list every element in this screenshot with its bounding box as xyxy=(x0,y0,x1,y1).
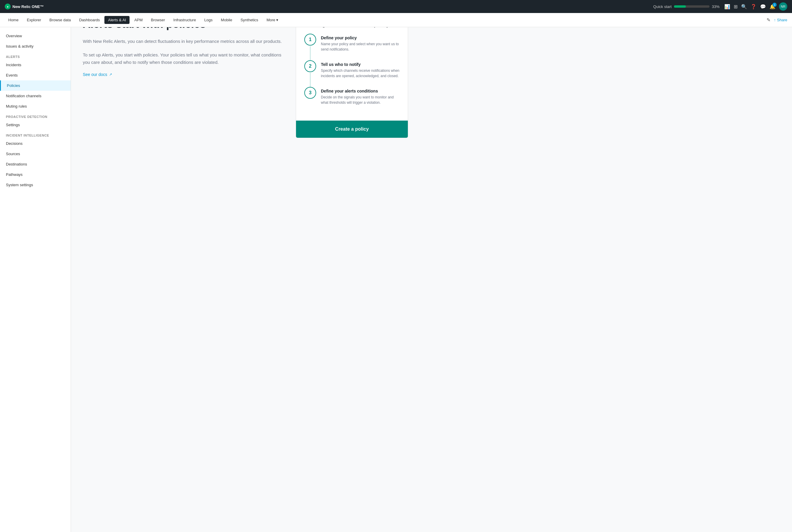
step-2-title: Tell us who to notify xyxy=(321,62,400,67)
edit-icon[interactable]: ✎ xyxy=(767,17,770,23)
create-policy-button[interactable]: Create a policy xyxy=(296,120,408,138)
share-icon: ↑ xyxy=(774,18,776,22)
nav-browse-data[interactable]: Browse data xyxy=(46,16,74,24)
step-2-desc: Specify which channels receive notificat… xyxy=(321,68,400,79)
sidebar-section-incident-intelligence: INCIDENT INTELLIGENCE xyxy=(0,130,71,138)
sidebar-item-issues-activity[interactable]: Issues & activity xyxy=(0,41,71,52)
sidebar-item-sources[interactable]: Sources xyxy=(0,149,71,150)
feedback-icon[interactable]: 💬 xyxy=(760,4,766,10)
policy-card: To get started, create a policy 1 Define… xyxy=(296,12,408,138)
nav-right: ✎ ↑ Share xyxy=(767,17,787,23)
bell-icon[interactable]: 🔔1 xyxy=(770,4,775,10)
see-docs-label: See our docs xyxy=(83,72,107,77)
content-area: Alerts start with policies With New Reli… xyxy=(83,12,408,138)
sidebar: Overview Issues & activity ALERTS Incide… xyxy=(0,27,71,150)
step-3-content: Define your alerts conditions Decide on … xyxy=(321,87,400,105)
nav-dashboards[interactable]: Dashboards xyxy=(75,16,103,24)
search-icon[interactable]: 🔍 xyxy=(741,4,747,10)
nav-infrastructure[interactable]: Infrastructure xyxy=(170,16,200,24)
navbar: Home Explorer Browse data Dashboards Ale… xyxy=(0,13,792,27)
nav-home[interactable]: Home xyxy=(5,16,22,24)
step-3-title: Define your alerts conditions xyxy=(321,89,400,93)
notification-count: 1 xyxy=(773,3,777,7)
sidebar-section-alerts: ALERTS xyxy=(0,52,71,60)
nav-explorer[interactable]: Explorer xyxy=(23,16,45,24)
step-2-number: 2 xyxy=(304,60,316,72)
see-docs-link[interactable]: See our docs ↗ xyxy=(83,72,284,77)
step-1: 1 Define your policy Name your policy an… xyxy=(304,34,400,52)
sidebar-section-proactive: PROACTIVE DETECTION xyxy=(0,111,71,120)
topbar-left: ● New Relic ONE™ xyxy=(5,3,44,10)
sidebar-item-muting-rules[interactable]: Muting rules xyxy=(0,101,71,111)
step-2: 2 Tell us who to notify Specify which ch… xyxy=(304,60,400,79)
progress-pct: 33% xyxy=(712,4,720,9)
sidebar-item-policies[interactable]: Policies xyxy=(0,80,71,91)
step-1-content: Define your policy Name your policy and … xyxy=(321,34,400,52)
sidebar-item-incidents[interactable]: Incidents xyxy=(0,60,71,70)
nav-alerts-ai[interactable]: Alerts & AI xyxy=(105,16,130,24)
nav-browser[interactable]: Browser xyxy=(147,16,169,24)
nav-apm[interactable]: APM xyxy=(131,16,146,24)
step-3-number: 3 xyxy=(304,87,316,99)
left-content: Alerts start with policies With New Reli… xyxy=(83,12,284,138)
quickstart-label: Quick start xyxy=(653,4,671,9)
sidebar-item-decisions[interactable]: Decisions xyxy=(0,138,71,149)
topbar: ● New Relic ONE™ Quick start 33% 📊 ⊞ 🔍 ❓… xyxy=(0,0,792,13)
progress-fill xyxy=(674,5,686,8)
step-1-number: 1 xyxy=(304,34,316,45)
progress-track xyxy=(674,5,710,8)
nav-logs[interactable]: Logs xyxy=(201,16,216,24)
nav-items: Home Explorer Browse data Dashboards Ale… xyxy=(5,16,767,24)
step-2-content: Tell us who to notify Specify which chan… xyxy=(321,60,400,79)
logo-icon: ● xyxy=(5,3,11,10)
sidebar-item-overview[interactable]: Overview xyxy=(0,31,71,41)
logo[interactable]: ● New Relic ONE™ xyxy=(5,3,44,10)
sidebar-item-notification-channels[interactable]: Notification channels xyxy=(0,91,71,101)
topbar-right: Quick start 33% 📊 ⊞ 🔍 ❓ 💬 🔔1 NR xyxy=(653,2,787,11)
step-1-desc: Name your policy and select when you wan… xyxy=(321,41,400,52)
sidebar-item-events[interactable]: Events xyxy=(0,70,71,80)
quickstart-bar: Quick start 33% xyxy=(653,4,720,9)
nav-more[interactable]: More ▾ xyxy=(263,16,282,24)
chart-icon[interactable]: 📊 xyxy=(724,4,730,10)
share-button[interactable]: ↑ Share xyxy=(774,18,787,22)
steps-list: 1 Define your policy Name your policy an… xyxy=(296,34,408,120)
step-3-desc: Decide on the signals you want to monito… xyxy=(321,95,400,105)
help-icon[interactable]: ❓ xyxy=(751,4,756,10)
main-desc-1: With New Relic Alerts, you can detect fl… xyxy=(83,38,284,45)
external-link-icon: ↗ xyxy=(109,72,112,77)
avatar[interactable]: NR xyxy=(779,2,787,11)
nav-mobile[interactable]: Mobile xyxy=(217,16,236,24)
logo-text: New Relic ONE™ xyxy=(13,4,44,9)
sidebar-item-settings[interactable]: Settings xyxy=(0,120,71,130)
main-desc-2: To set up Alerts, you start with policie… xyxy=(83,51,284,66)
step-3: 3 Define your alerts conditions Decide o… xyxy=(304,87,400,105)
step-1-title: Define your policy xyxy=(321,36,400,40)
share-label: Share xyxy=(777,18,787,22)
topbar-icons: 📊 ⊞ 🔍 ❓ 💬 🔔1 NR xyxy=(724,2,787,11)
nav-synthetics[interactable]: Synthetics xyxy=(237,16,262,24)
grid-icon[interactable]: ⊞ xyxy=(734,4,738,10)
